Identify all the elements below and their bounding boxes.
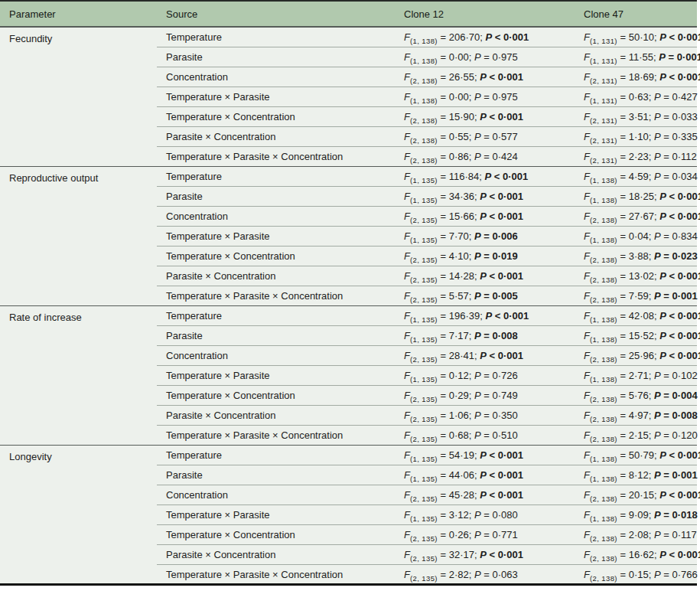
table-row: FecundityTemperatureF(1, 138) = 206·70; … (0, 27, 697, 47)
clone47-stat-cell: F(2, 138) = 3·88; P = 0·023 (575, 246, 697, 266)
parameter-cell: Rate of increase (0, 305, 157, 445)
source-cell: Concentration (157, 206, 395, 226)
clone47-stat-cell: F(1, 131) = 50·10; P < 0·001 (575, 27, 697, 47)
clone47-stat-cell: F(1, 138) = 50·79; P < 0·001 (575, 445, 697, 465)
column-header-source: Source (157, 1, 395, 27)
p-value: P < 0·001 (480, 71, 523, 83)
p-value: P < 0·001 (480, 449, 523, 461)
clone12-stat-cell: F(2, 135) = 15·66; P < 0·001 (395, 206, 575, 226)
p-value: P = 0·117 (654, 529, 697, 540)
clone12-stat-cell: F(1, 138) = 206·70; P < 0·001 (395, 27, 575, 47)
source-cell: Temperature × Parasite (157, 87, 395, 106)
p-value: P = 0·975 (474, 51, 518, 63)
p-value: P = 0·018 (654, 509, 698, 521)
anova-results-table: Parameter Source Clone 12 Clone 47 Fecun… (0, 0, 697, 586)
table-row: LongevityTemperatureF(1, 135) = 54·19; P… (0, 445, 697, 465)
clone47-stat-cell: F(1, 138) = 15·52; P < 0·001 (575, 325, 697, 345)
source-cell: Temperature (157, 27, 395, 47)
p-value: P < 0·001 (480, 111, 523, 122)
source-cell: Concentration (157, 485, 395, 504)
clone12-stat-cell: F(2, 135) = 14·28; P < 0·001 (395, 266, 575, 286)
source-cell: Temperature × Concentration (157, 524, 395, 544)
parameter-cell: Fecundity (0, 27, 157, 166)
p-value: P < 0·001 (659, 310, 700, 322)
clone12-stat-cell: F(1, 135) = 44·06; P < 0·001 (395, 465, 575, 485)
clone12-stat-cell: F(2, 135) = 5·57; P = 0·005 (395, 286, 575, 305)
clone12-stat-cell: F(2, 138) = 0·55; P = 0·577 (395, 126, 575, 146)
source-cell: Temperature × Parasite (157, 504, 395, 524)
clone47-stat-cell: F(1, 138) = 42·08; P < 0·001 (575, 305, 697, 325)
clone47-stat-cell: F(2, 131) = 18·69; P < 0·001 (575, 67, 697, 87)
clone12-stat-cell: F(2, 135) = 2·82; P = 0·063 (395, 564, 575, 584)
source-cell: Concentration (157, 345, 395, 365)
p-value: P = 0·834 (654, 230, 698, 242)
clone12-stat-cell: F(2, 135) = 0·29; P = 0·749 (395, 385, 575, 405)
clone12-stat-cell: F(2, 138) = 0·86; P = 0·424 (395, 146, 575, 166)
clone12-stat-cell: F(1, 135) = 3·12; P = 0·080 (395, 504, 575, 524)
p-value: P = 0·766 (654, 569, 698, 580)
p-value: P = 0·063 (474, 569, 518, 580)
table-header: Parameter Source Clone 12 Clone 47 (0, 1, 697, 27)
p-value: P < 0·001 (480, 350, 523, 361)
clone12-stat-cell: F(1, 135) = 0·12; P = 0·726 (395, 365, 575, 385)
clone47-stat-cell: F(1, 138) = 2·71; P = 0·102 (575, 365, 697, 385)
clone47-stat-cell: F(2, 131) = 1·10; P = 0·335 (575, 126, 697, 146)
source-cell: Parasite × Concentration (157, 266, 395, 286)
source-cell: Parasite × Concentration (157, 544, 395, 564)
clone12-stat-cell: F(1, 135) = 7·70; P = 0·006 (395, 226, 575, 246)
source-cell: Temperature (157, 305, 395, 325)
p-value: P = 0·001 (654, 290, 698, 302)
clone12-stat-cell: F(2, 138) = 26·55; P < 0·001 (395, 67, 575, 87)
clone47-stat-cell: F(1, 138) = 0·04; P = 0·834 (575, 226, 697, 246)
clone47-stat-cell: F(2, 138) = 27·67; P < 0·001 (575, 206, 697, 226)
p-value: P < 0·001 (659, 449, 700, 461)
p-value: P < 0·001 (659, 71, 700, 83)
p-value: P < 0·001 (480, 211, 523, 222)
p-value: P = 0·005 (474, 290, 518, 302)
p-value: P = 0·726 (474, 370, 518, 381)
p-value: P < 0·001 (659, 489, 700, 501)
clone12-stat-cell: F(2, 135) = 0·26; P = 0·771 (395, 524, 575, 544)
p-value: P < 0·001 (485, 31, 529, 43)
clone47-stat-cell: F(2, 138) = 7·59; P = 0·001 (575, 286, 697, 305)
statistics-table-wrap: Parameter Source Clone 12 Clone 47 Fecun… (0, 0, 700, 586)
clone47-stat-cell: F(2, 138) = 13·02; P < 0·001 (575, 266, 697, 286)
p-value: P = 0·424 (474, 151, 518, 162)
p-value: P < 0·001 (480, 191, 523, 202)
p-value: P = 0·749 (474, 390, 518, 401)
clone47-stat-cell: F(2, 138) = 2·08; P = 0·117 (575, 524, 697, 544)
clone47-stat-cell: F(2, 131) = 2·23; P = 0·112 (575, 146, 697, 166)
p-value: P < 0·001 (484, 171, 528, 182)
clone47-stat-cell: F(2, 138) = 16·62; P < 0·001 (575, 544, 697, 564)
clone12-stat-cell: F(1, 135) = 196·39; P < 0·001 (395, 305, 575, 325)
source-cell: Temperature × Parasite × Concentration (157, 564, 395, 584)
clone47-stat-cell: F(1, 138) = 4·59; P = 0·034 (575, 166, 697, 186)
p-value: P < 0·001 (480, 549, 523, 560)
clone12-stat-cell: F(1, 135) = 7·17; P = 0·008 (395, 325, 575, 345)
source-cell: Temperature × Parasite × Concentration (157, 286, 395, 305)
p-value: P = 0·577 (474, 131, 518, 142)
clone47-stat-cell: F(1, 138) = 8·12; P = 0·001 (575, 465, 697, 485)
source-cell: Temperature × Parasite × Concentration (157, 425, 395, 445)
clone47-stat-cell: F(1, 131) = 0·63; P = 0·427 (575, 87, 697, 106)
source-cell: Temperature × Concentration (157, 106, 395, 126)
source-cell: Parasite (157, 325, 395, 345)
clone47-stat-cell: F(2, 138) = 0·15; P = 0·766 (575, 564, 697, 584)
table-row: Reproductive outputTemperatureF(1, 135) … (0, 166, 697, 186)
clone12-stat-cell: F(1, 135) = 34·36; P < 0·001 (395, 186, 575, 206)
clone12-stat-cell: F(1, 135) = 54·19; P < 0·001 (395, 445, 575, 465)
p-value: P = 0·034 (654, 171, 698, 182)
clone12-stat-cell: F(2, 135) = 28·41; P < 0·001 (395, 345, 575, 365)
clone47-stat-cell: F(2, 131) = 3·51; P = 0·033 (575, 106, 697, 126)
p-value: P < 0·001 (659, 549, 700, 560)
source-cell: Concentration (157, 67, 395, 87)
p-value: P < 0·001 (480, 489, 523, 501)
p-value: P = 0·001 (659, 51, 700, 63)
p-value: P = 0·510 (474, 429, 518, 441)
source-cell: Temperature × Parasite (157, 226, 395, 246)
clone12-stat-cell: F(2, 135) = 0·68; P = 0·510 (395, 425, 575, 445)
clone47-stat-cell: F(2, 138) = 5·76; P = 0·004 (575, 385, 697, 405)
p-value: P = 0·080 (474, 509, 518, 521)
p-value: P < 0·001 (480, 469, 523, 481)
p-value: P = 0·019 (474, 250, 518, 262)
